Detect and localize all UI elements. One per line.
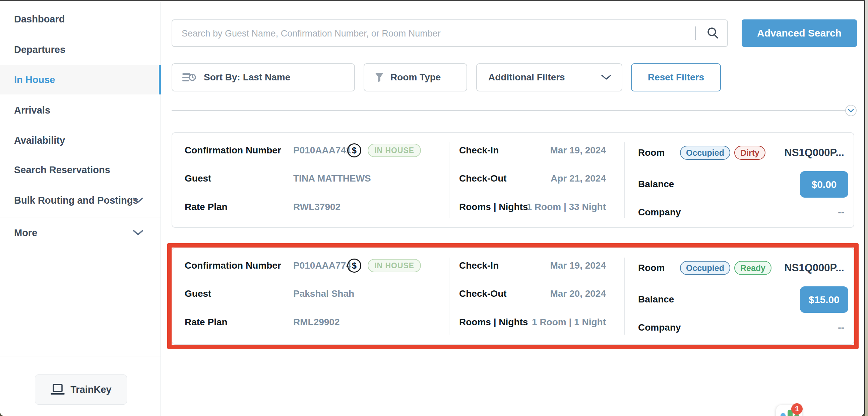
rate-plan-value: RWL37902	[293, 200, 341, 214]
search-input[interactable]	[181, 20, 685, 47]
payment-folio-icon[interactable]: $	[347, 259, 361, 273]
room-number-value: NS1Q000P...	[784, 146, 844, 159]
guest-label: Guest	[185, 287, 211, 300]
sidebar-item-label: In House	[14, 74, 55, 86]
sort-by-label: Sort By: Last Name	[204, 72, 290, 83]
room-label: Room	[638, 261, 664, 275]
sidebar-item-label: Availability	[14, 135, 65, 146]
guest-label: Guest	[185, 172, 211, 185]
sidebar-item-label: Search Reservations	[14, 164, 110, 175]
additional-filters-label: Additional Filters	[488, 72, 565, 83]
column-divider	[449, 142, 450, 218]
sidebar-separator	[0, 217, 161, 217]
confirmation-number-label: Confirmation Number	[185, 144, 281, 157]
rate-plan-label: Rate Plan	[185, 200, 227, 214]
rooms-nights-value: 1 Room | 33 Night	[465, 200, 606, 214]
confirmation-number-value: P010AAA774	[293, 259, 351, 272]
sidebar-item-search-reservations[interactable]: Search Reservations	[0, 155, 161, 185]
sidebar-item-arrivals[interactable]: Arrivals	[0, 95, 161, 125]
reset-filters-label: Reset Filters	[648, 72, 704, 83]
column-divider	[624, 142, 625, 218]
additional-filters-dropdown[interactable]: Additional Filters	[476, 63, 622, 91]
screen-edge-strip	[865, 0, 868, 416]
company-value: --	[838, 321, 844, 334]
reset-filters-button[interactable]: Reset Filters	[631, 63, 721, 91]
reservation-card[interactable]: Confirmation Number P010AAA741 $ IN HOUS…	[172, 132, 854, 228]
company-label: Company	[638, 206, 681, 219]
balance-amount-button[interactable]: $0.00	[800, 171, 848, 198]
list-divider	[172, 110, 845, 111]
confirmation-number-label: Confirmation Number	[185, 259, 281, 272]
desktop: Dashboard Departures In House Arrivals A…	[0, 0, 868, 416]
payment-folio-icon[interactable]: $	[347, 143, 361, 157]
search-bar	[172, 20, 728, 47]
app-window: Dashboard Departures In House Arrivals A…	[0, 0, 865, 416]
room-type-dropdown[interactable]: Room Type	[364, 63, 467, 91]
active-indicator-bar	[159, 65, 161, 94]
advanced-search-label: Advanced Search	[757, 28, 841, 39]
column-divider	[624, 258, 625, 334]
balance-label: Balance	[638, 293, 674, 306]
housekeeping-status-badge: Ready	[734, 261, 772, 275]
sidebar-item-dashboard[interactable]: Dashboard	[0, 4, 161, 34]
sidebar-item-label: Dashboard	[14, 14, 65, 25]
search-divider	[695, 27, 696, 40]
chevron-down-icon	[133, 197, 144, 203]
rooms-nights-value: 1 Room | 1 Night	[465, 316, 606, 329]
occupancy-status-badge: Occupied	[680, 146, 730, 160]
sidebar: Dashboard Departures In House Arrivals A…	[0, 2, 161, 416]
advanced-search-button[interactable]: Advanced Search	[742, 20, 857, 47]
occupancy-status-badge: Occupied	[680, 261, 730, 275]
company-label: Company	[638, 321, 681, 334]
search-icon[interactable]	[707, 27, 719, 39]
room-status-pills: Occupied Dirty	[680, 146, 770, 160]
sidebar-item-label: Departures	[14, 44, 65, 55]
sidebar-item-more[interactable]: More	[0, 218, 161, 248]
in-house-status-badge: IN HOUSE	[368, 144, 421, 157]
check-in-value: Mar 19, 2024	[465, 259, 606, 272]
housekeeping-status-badge: Dirty	[734, 146, 766, 160]
sidebar-item-bulk-routing[interactable]: Bulk Routing and Postings	[0, 186, 161, 215]
balance-label: Balance	[638, 178, 674, 191]
room-label: Room	[638, 146, 664, 159]
sidebar-item-label: More	[14, 227, 37, 238]
check-out-value: Apr 21, 2024	[465, 172, 606, 185]
room-type-label: Room Type	[391, 72, 441, 83]
guest-value: TINA MATTHEWS	[293, 172, 371, 185]
collapse-toggle-button[interactable]	[845, 105, 857, 116]
room-number-value: NS1Q000P...	[784, 261, 844, 275]
messenger-glyph	[780, 413, 785, 416]
sidebar-item-departures[interactable]: Departures	[0, 35, 161, 64]
company-value: --	[838, 206, 844, 219]
balance-amount-button[interactable]: $15.00	[800, 286, 848, 313]
chevron-down-icon	[601, 74, 612, 81]
check-out-value: Mar 20, 2024	[465, 287, 606, 300]
room-status-pills: Occupied Ready	[680, 261, 775, 275]
sidebar-footer-separator	[0, 356, 161, 356]
trainkey-button[interactable]: TrainKey	[35, 375, 127, 405]
sidebar-item-in-house[interactable]: In House	[0, 65, 161, 94]
trainkey-label: TrainKey	[70, 384, 112, 395]
rate-plan-value: RML29902	[293, 316, 340, 329]
notification-badge: 1	[791, 403, 803, 415]
sidebar-item-label: Arrivals	[14, 105, 50, 116]
in-house-status-badge: IN HOUSE	[368, 259, 421, 272]
filter-funnel-icon	[374, 72, 384, 83]
confirmation-number-value: P010AAA741	[293, 144, 351, 157]
chevron-down-icon	[848, 109, 854, 113]
chevron-down-icon	[133, 230, 144, 236]
rate-plan-label: Rate Plan	[185, 316, 227, 329]
sort-icon	[182, 71, 196, 84]
check-in-value: Mar 19, 2024	[465, 144, 606, 157]
sidebar-item-availability[interactable]: Availability	[0, 126, 161, 155]
reservation-card[interactable]: Confirmation Number P010AAA774 $ IN HOUS…	[172, 248, 854, 345]
laptop-icon	[50, 384, 65, 395]
sidebar-item-label: Bulk Routing and Postings	[14, 195, 138, 206]
column-divider	[449, 258, 450, 334]
guest-value: Pakshal Shah	[293, 287, 354, 300]
sort-by-dropdown[interactable]: Sort By: Last Name	[172, 63, 355, 91]
